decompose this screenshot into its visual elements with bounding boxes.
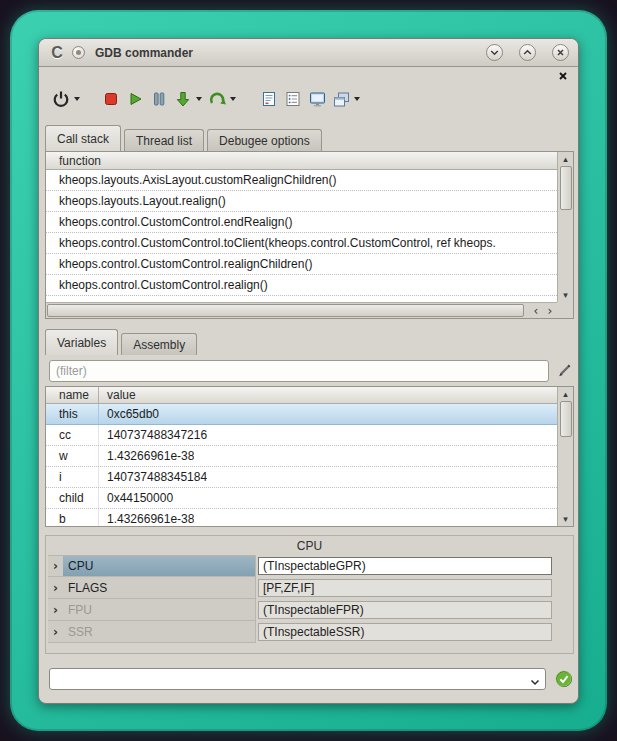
- power-button[interactable]: [49, 86, 73, 112]
- continue-menu-arrow[interactable]: [230, 97, 236, 101]
- power-icon: [51, 89, 71, 109]
- gdb-command-input[interactable]: [54, 670, 521, 688]
- continue-button[interactable]: [205, 86, 229, 112]
- scrollbar-thumb[interactable]: [560, 401, 572, 437]
- scroll-right-arrow[interactable]: ›: [543, 303, 557, 319]
- combo-dropdown-button[interactable]: [530, 675, 540, 689]
- chevron-up-icon: [523, 48, 532, 57]
- column-header-function[interactable]: function: [46, 152, 557, 170]
- stack-frame-row[interactable]: kheops.control.CustomControl.realignChil…: [46, 254, 557, 275]
- layout-button[interactable]: [329, 86, 353, 112]
- filter-row: [45, 359, 574, 382]
- variable-row[interactable]: b 1.43266961e-38: [46, 509, 557, 526]
- gdb-widget-icon: [72, 46, 85, 59]
- vertical-scrollbar: ▴ ▾: [557, 387, 573, 526]
- windows-icon: [332, 90, 351, 109]
- stack-frame-row[interactable]: kheops.control.CustomControl.toClient(kh…: [46, 233, 557, 254]
- cpu-inspector: › CPU (TInspectableGPR) › FLAGS [PF,ZF,I…: [48, 555, 571, 643]
- target-button[interactable]: [305, 86, 329, 112]
- cpu-register-row[interactable]: › FPU (TInspectableFPR): [48, 599, 571, 621]
- run-button[interactable]: [123, 86, 147, 112]
- scroll-left-arrow[interactable]: ‹: [529, 303, 543, 319]
- send-command-button[interactable]: [554, 669, 574, 689]
- register-value[interactable]: [PF,ZF,IF]: [258, 579, 552, 597]
- variable-row[interactable]: cc 140737488347216: [46, 425, 557, 446]
- scrollbar-corner: [557, 302, 573, 318]
- scrollbar-thumb[interactable]: [47, 304, 524, 317]
- chevron-down-icon: [490, 48, 499, 57]
- step-button[interactable]: [171, 86, 195, 112]
- titlebar[interactable]: C GDB commander: [39, 39, 578, 67]
- tab-debugee-options[interactable]: Debugee options: [207, 129, 322, 151]
- play-icon: [126, 90, 144, 108]
- variables-header: name value: [46, 387, 557, 404]
- stop-button[interactable]: [99, 86, 123, 112]
- variables-list: this 0xc65db0 cc 140737488347216 w 1.432…: [46, 404, 557, 526]
- eval-button[interactable]: [257, 86, 281, 112]
- stack-frame-row[interactable]: kheops.control.CustomControl.endRealign(…: [46, 212, 557, 233]
- command-row: [45, 667, 574, 690]
- cpu-register-row[interactable]: › FLAGS [PF,ZF,IF]: [48, 577, 571, 599]
- list-icon: [284, 90, 302, 108]
- call-stack-list: kheops.layouts.AxisLayout.customRealignC…: [46, 170, 557, 302]
- variable-row[interactable]: child 0x44150000: [46, 488, 557, 509]
- horizontal-scrollbar: ‹ ›: [46, 302, 557, 318]
- layout-menu-arrow[interactable]: [354, 97, 360, 101]
- filter-options-button[interactable]: [554, 361, 574, 381]
- expander-arrow-icon[interactable]: ›: [48, 555, 63, 577]
- variables-panel: name value this 0xc65db0 cc 140737488347…: [45, 386, 574, 527]
- step-menu-arrow[interactable]: [196, 97, 202, 101]
- pause-icon: [150, 90, 168, 108]
- app-icon: C: [48, 44, 66, 62]
- scrollbar-thumb[interactable]: [560, 166, 572, 210]
- scroll-down-arrow[interactable]: ▾: [559, 288, 573, 302]
- pen-icon: [556, 363, 572, 379]
- minimize-button[interactable]: [486, 44, 503, 61]
- register-value-editor[interactable]: (TInspectableGPR): [258, 557, 552, 575]
- screenshot-frame: C GDB commander: [10, 10, 607, 731]
- register-value[interactable]: (TInspectableSSR): [258, 623, 552, 641]
- variable-row[interactable]: w 1.43266961e-38: [46, 446, 557, 467]
- register-value[interactable]: (TInspectableFPR): [258, 601, 552, 619]
- debug-toolbar: [49, 85, 570, 113]
- stack-frame-row[interactable]: kheops.layouts.AxisLayout.customRealignC…: [46, 170, 557, 191]
- monitor-icon: [308, 90, 327, 109]
- step-over-icon: [208, 90, 227, 109]
- close-icon: [558, 71, 568, 81]
- document-icon: [260, 90, 278, 108]
- expander-arrow-icon[interactable]: ›: [48, 621, 63, 643]
- tab-call-stack[interactable]: Call stack: [45, 125, 121, 151]
- close-button[interactable]: [552, 44, 569, 61]
- filter-input[interactable]: [49, 360, 549, 382]
- power-menu-arrow[interactable]: [74, 97, 80, 101]
- tab-variables[interactable]: Variables: [45, 329, 118, 355]
- step-into-icon: [174, 90, 192, 108]
- close-icon: [556, 48, 565, 57]
- call-stack-panel: function kheops.layouts.AxisLayout.custo…: [45, 151, 574, 319]
- scroll-up-arrow[interactable]: ▴: [559, 152, 573, 166]
- stop-icon: [102, 90, 120, 108]
- expander-arrow-icon[interactable]: ›: [48, 577, 63, 599]
- vertical-scrollbar: ▴ ▾: [557, 152, 573, 302]
- stack-frame-row[interactable]: kheops.layouts.Layout.realign(): [46, 191, 557, 212]
- variables-tabbar: Variables Assembly: [45, 329, 200, 355]
- expander-arrow-icon[interactable]: ›: [48, 599, 63, 621]
- scroll-down-arrow[interactable]: ▾: [559, 512, 573, 526]
- column-header-name[interactable]: name: [46, 387, 99, 403]
- chevron-down-icon: [530, 679, 540, 686]
- gdb-command-combobox[interactable]: [49, 668, 546, 690]
- pause-button[interactable]: [147, 86, 171, 112]
- tab-thread-list[interactable]: Thread list: [124, 129, 204, 151]
- stack-frame-row[interactable]: kheops.control.CustomControl.realign(): [46, 275, 557, 296]
- cpu-groupbox: CPU › CPU (TInspectableGPR) › FLAGS [PF,…: [45, 535, 574, 654]
- variable-row[interactable]: i 140737488345184: [46, 467, 557, 488]
- maximize-button[interactable]: [519, 44, 536, 61]
- variable-row[interactable]: this 0xc65db0: [46, 404, 557, 425]
- output-button[interactable]: [281, 86, 305, 112]
- cpu-register-row[interactable]: › CPU (TInspectableGPR): [48, 555, 571, 577]
- dock-close-button[interactable]: [557, 70, 569, 82]
- scroll-up-arrow[interactable]: ▴: [559, 387, 573, 401]
- tab-assembly[interactable]: Assembly: [121, 333, 197, 355]
- column-header-value[interactable]: value: [99, 388, 136, 402]
- cpu-register-row[interactable]: › SSR (TInspectableSSR): [48, 621, 571, 643]
